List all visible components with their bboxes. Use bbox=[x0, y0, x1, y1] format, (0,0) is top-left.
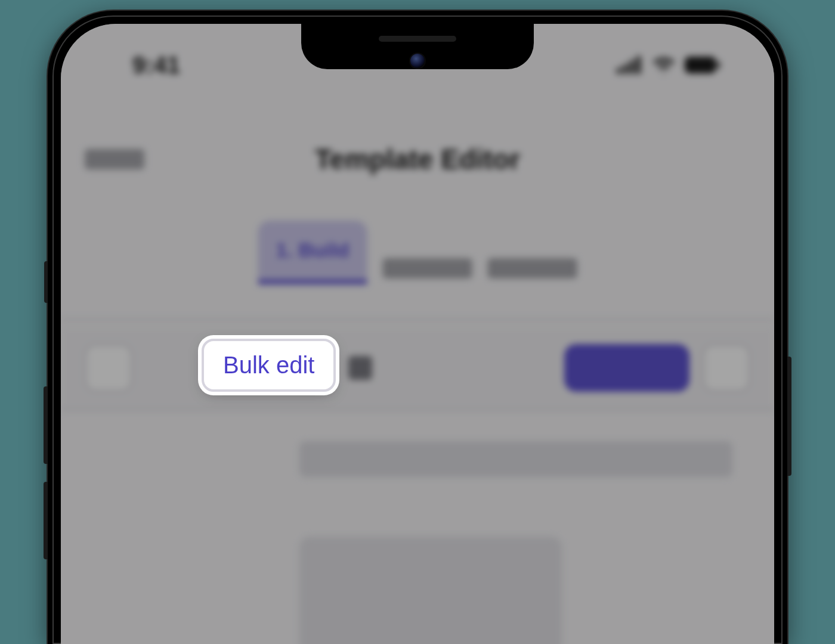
toolbar-square-right[interactable] bbox=[703, 344, 750, 392]
content-placeholder-card bbox=[299, 537, 562, 644]
svg-rect-2 bbox=[630, 60, 634, 74]
bulk-edit-button[interactable]: Bulk edit bbox=[202, 339, 336, 392]
side-button-volume-down bbox=[44, 482, 48, 559]
side-button-silence bbox=[44, 261, 48, 303]
cellular-signal-icon bbox=[617, 56, 643, 74]
phone-frame: 9:41 Template Editor 1 bbox=[48, 11, 787, 644]
tab-step-3[interactable] bbox=[487, 258, 577, 278]
svg-rect-1 bbox=[623, 64, 627, 74]
svg-rect-0 bbox=[617, 68, 621, 74]
phone-notch bbox=[301, 24, 534, 69]
status-icons bbox=[617, 56, 720, 74]
status-time: 9:41 bbox=[132, 52, 180, 79]
toolbar-action-2-icon[interactable] bbox=[348, 356, 372, 380]
side-button-power bbox=[787, 357, 791, 476]
svg-rect-5 bbox=[717, 61, 720, 69]
nav-back-button[interactable] bbox=[85, 149, 144, 169]
page-title: Template Editor bbox=[315, 143, 520, 175]
wifi-icon bbox=[651, 56, 676, 74]
side-button-volume-up bbox=[44, 386, 48, 464]
toolbar-primary-button[interactable] bbox=[564, 344, 689, 392]
front-camera bbox=[409, 52, 426, 69]
phone-screen: 9:41 Template Editor 1 bbox=[61, 24, 774, 644]
svg-rect-4 bbox=[685, 57, 716, 73]
svg-rect-3 bbox=[636, 56, 641, 74]
speaker-grille bbox=[379, 36, 456, 42]
tabs-row: 1. Build bbox=[258, 221, 577, 284]
content-placeholder-bar bbox=[299, 441, 732, 477]
tab-step-2[interactable] bbox=[382, 258, 472, 278]
tab-build[interactable]: 1. Build bbox=[258, 221, 367, 284]
battery-icon bbox=[685, 57, 720, 73]
header-divider bbox=[61, 319, 774, 320]
editor-toolbar bbox=[61, 327, 774, 410]
toolbar-square-left[interactable] bbox=[85, 344, 132, 392]
nav-header: Template Editor bbox=[61, 143, 774, 175]
